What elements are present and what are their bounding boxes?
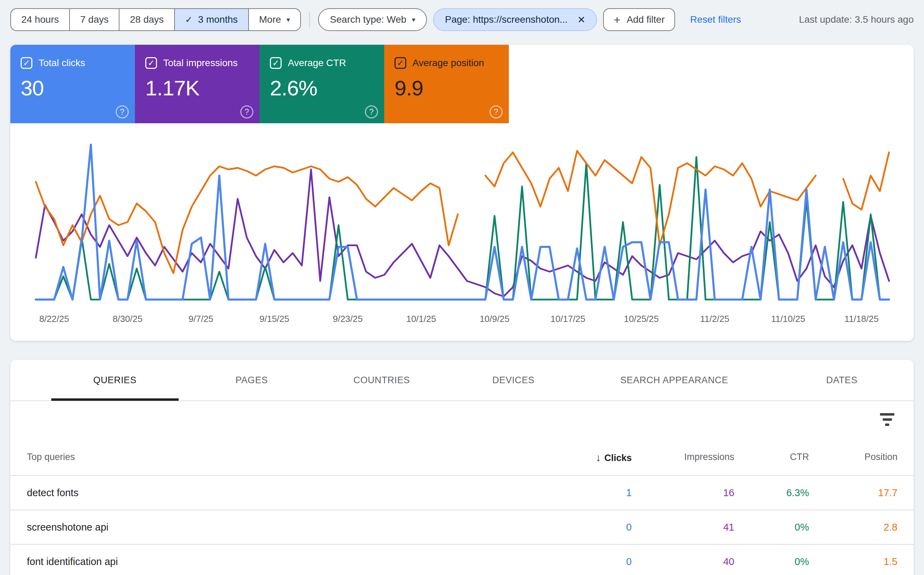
x-axis-tick-label: 10/17/25 xyxy=(551,314,585,324)
date-range-group: 24 hours 7 days 28 days ✓ 3 months More … xyxy=(10,8,301,31)
plus-icon: + xyxy=(613,13,620,27)
tab-devices[interactable]: DEVICES xyxy=(449,360,579,401)
tile-label: Average CTR xyxy=(288,57,346,68)
top-queries-header: Top queries xyxy=(27,452,75,462)
x-axis-tick-label: 8/22/25 xyxy=(39,314,69,324)
performance-chart-card: ✓ Total clicks 30 ? ✓ Total impressions … xyxy=(10,45,914,341)
tab-dates[interactable]: DATES xyxy=(770,360,914,401)
range-28-days[interactable]: 28 days xyxy=(119,9,174,30)
table-row[interactable]: detect fonts 1 16 6.3% 17.7 xyxy=(10,476,914,510)
tab-countries[interactable]: COUNTRIES xyxy=(315,360,449,401)
dimensions-table-card: QUERIES PAGES COUNTRIES DEVICES SEARCH A… xyxy=(10,360,914,575)
average-ctr-tile[interactable]: ✓ Average CTR 2.6% ? xyxy=(260,45,384,123)
chevron-down-icon: ▾ xyxy=(412,16,415,24)
metric-tiles: ✓ Total clicks 30 ? ✓ Total impressions … xyxy=(10,45,914,123)
table-row[interactable]: screenshotone api 0 41 0% 2.8 xyxy=(10,510,914,545)
x-axis-tick-label: 11/2/25 xyxy=(700,314,729,324)
ctr-cell: 0% xyxy=(795,522,809,533)
clicks-cell: 0 xyxy=(626,522,632,533)
ctr-cell: 0% xyxy=(795,556,809,567)
range-3-months[interactable]: ✓ 3 months xyxy=(174,9,248,30)
dimension-tabs: QUERIES PAGES COUNTRIES DEVICES SEARCH A… xyxy=(10,360,914,401)
search-type-chip[interactable]: Search type: Web ▾ xyxy=(318,8,427,31)
x-axis-tick-label: 10/9/25 xyxy=(479,314,510,324)
position-cell: 1.5 xyxy=(884,556,897,567)
average-ctr-value: 2.6% xyxy=(270,76,374,100)
checkbox-checked-icon[interactable]: ✓ xyxy=(21,57,32,69)
range-7-days[interactable]: 7 days xyxy=(69,9,119,30)
checkbox-checked-icon[interactable]: ✓ xyxy=(145,57,157,69)
tab-search-appearance[interactable]: SEARCH APPEARANCE xyxy=(578,360,770,401)
x-axis-tick-label: 11/18/25 xyxy=(845,314,878,324)
performance-line-chart: 8/22/258/30/259/7/259/15/259/23/2510/1/2… xyxy=(10,127,914,334)
help-icon[interactable]: ? xyxy=(365,105,378,118)
help-icon[interactable]: ? xyxy=(116,105,129,118)
series-ctr-line xyxy=(36,157,889,300)
range-label: 24 hours xyxy=(21,14,59,25)
query-cell: screenshotone api xyxy=(27,522,108,533)
x-axis-tick-label: 10/25/25 xyxy=(624,314,659,324)
tile-label: Total clicks xyxy=(38,57,85,68)
filter-bar xyxy=(883,418,892,421)
impressions-cell: 40 xyxy=(723,556,734,567)
filter-toolbar: 24 hours 7 days 28 days ✓ 3 months More … xyxy=(10,8,914,31)
position-cell: 17.7 xyxy=(878,487,897,499)
filter-list-icon[interactable] xyxy=(878,410,897,429)
checkbox-checked-icon[interactable]: ✓ xyxy=(270,57,282,69)
checkbox-checked-icon[interactable]: ✓ xyxy=(395,57,406,69)
total-impressions-tile[interactable]: ✓ Total impressions 1.17K ? xyxy=(135,45,260,123)
tile-label: Average position xyxy=(413,57,484,68)
table-row[interactable]: font identification api 0 40 0% 1.5 xyxy=(10,545,914,575)
x-axis-tick-label: 9/23/25 xyxy=(333,314,363,324)
impressions-cell: 41 xyxy=(723,522,734,533)
check-icon: ✓ xyxy=(185,14,193,25)
clicks-cell: 0 xyxy=(626,556,632,567)
position-cell: 2.8 xyxy=(884,522,897,533)
add-filter-button[interactable]: + Add filter xyxy=(603,8,675,31)
toolbar-divider xyxy=(309,12,310,27)
x-axis-tick-label: 9/15/25 xyxy=(260,314,289,324)
impressions-column-header[interactable]: Impressions xyxy=(684,452,734,462)
series-impressions-line xyxy=(36,169,889,297)
page-filter-label: Page: https://screenshoton... xyxy=(445,14,567,25)
ctr-cell: 6.3% xyxy=(786,487,809,499)
query-cell: detect fonts xyxy=(27,487,78,499)
reset-filters-link[interactable]: Reset filters xyxy=(690,14,741,25)
x-axis-tick-label: 10/1/25 xyxy=(406,314,436,324)
tab-queries[interactable]: QUERIES xyxy=(41,360,188,401)
add-filter-label: Add filter xyxy=(627,14,665,25)
chevron-down-icon: ▾ xyxy=(286,16,290,24)
total-impressions-value: 1.17K xyxy=(145,76,249,100)
close-icon[interactable]: ✕ xyxy=(577,14,585,25)
table-header-row: Top queries ↓Clicks Impressions CTR Posi… xyxy=(10,437,914,476)
table-toolbar xyxy=(10,401,914,437)
impressions-cell: 16 xyxy=(723,487,734,499)
help-icon[interactable]: ? xyxy=(240,105,253,118)
page-filter-chip[interactable]: Page: https://screenshoton... ✕ xyxy=(433,8,597,31)
range-label: 7 days xyxy=(80,14,109,25)
filter-bar xyxy=(880,413,894,416)
clicks-cell: 1 xyxy=(626,487,632,499)
position-column-header[interactable]: Position xyxy=(864,452,897,462)
range-24-hours[interactable]: 24 hours xyxy=(11,9,69,30)
x-axis-tick-label: 9/7/25 xyxy=(189,314,213,324)
average-position-tile[interactable]: ✓ Average position 9.9 ? xyxy=(384,45,509,123)
search-type-label: Search type: Web xyxy=(330,14,406,25)
range-label: 3 months xyxy=(198,14,238,25)
series-clicks-line xyxy=(36,145,889,300)
filter-bar xyxy=(885,424,889,426)
ctr-column-header[interactable]: CTR xyxy=(790,452,810,462)
help-icon[interactable]: ? xyxy=(489,105,503,118)
x-axis-tick-label: 8/30/25 xyxy=(113,314,143,324)
total-clicks-tile[interactable]: ✓ Total clicks 30 ? xyxy=(10,45,135,123)
x-axis-tick-label: 11/10/25 xyxy=(771,314,805,324)
range-more-dropdown[interactable]: More ▾ xyxy=(248,9,300,30)
sort-desc-icon: ↓ xyxy=(595,452,601,463)
query-cell: font identification api xyxy=(27,556,118,567)
tab-pages[interactable]: PAGES xyxy=(188,360,315,401)
clicks-column-header[interactable]: ↓Clicks xyxy=(595,452,632,464)
more-label: More xyxy=(259,14,281,25)
tile-label: Total impressions xyxy=(163,57,238,68)
series-position-line xyxy=(36,151,889,273)
range-label: 28 days xyxy=(130,14,164,25)
